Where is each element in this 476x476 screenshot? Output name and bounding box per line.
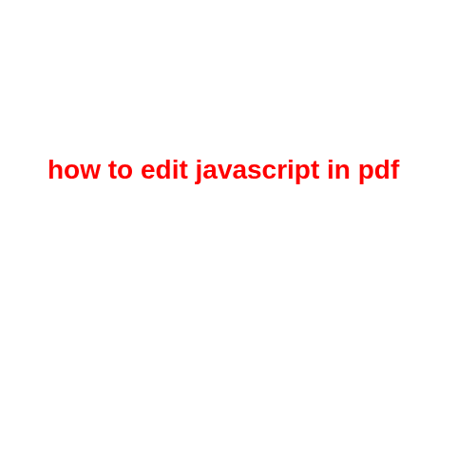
page-title: how to edit javascript in pdf <box>48 155 399 185</box>
